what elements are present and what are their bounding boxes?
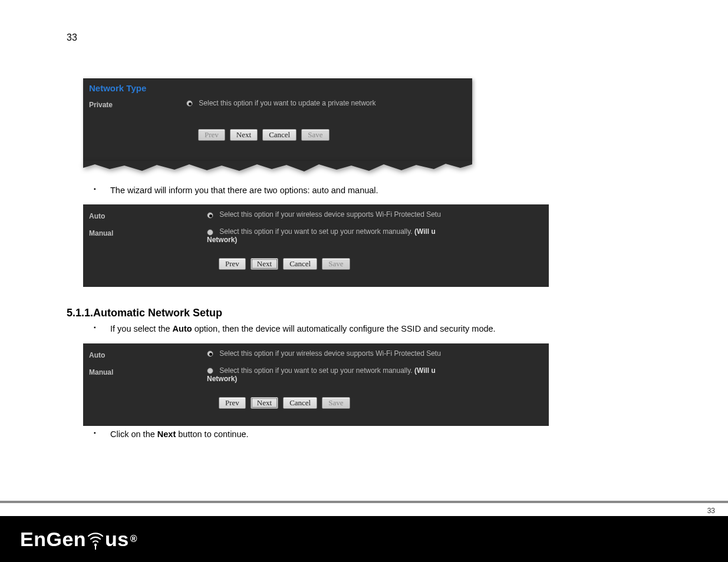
page-number-bottom: 33 (707, 507, 715, 515)
page-number-top: 33 (67, 32, 668, 43)
option-desc-manual-a: Select this option if you want to set up… (219, 227, 414, 236)
bullet-click-next: Click on the Next button to continue. (94, 428, 668, 440)
panel-heading: Network Type (83, 83, 472, 97)
option-desc-manual-b: (Will u (414, 366, 436, 375)
option-label-manual: Manual (83, 366, 207, 376)
option-desc-auto: Select this option if your wireless devi… (219, 349, 441, 358)
radio-auto[interactable] (207, 351, 213, 357)
screenshot-auto-manual-2: Auto Select this option if your wireless… (83, 343, 549, 426)
section-heading: 5.1.1.Automatic Network Setup (67, 307, 668, 319)
option-label-auto: Auto (83, 349, 207, 359)
bullet-two-options: The wizard will inform you that there ar… (94, 184, 668, 196)
screenshot-network-type: Network Type Private Select this option … (83, 78, 472, 174)
option-desc-manual-a: Select this option if you want to set up… (219, 366, 414, 375)
page-footer: 33 EnGen us® (0, 501, 728, 562)
next-button[interactable]: Next (251, 397, 278, 409)
cancel-button[interactable]: Cancel (262, 129, 297, 141)
option-desc-manual-b: (Will u (414, 227, 436, 236)
torn-edge-decoration (83, 161, 472, 174)
cancel-button[interactable]: Cancel (283, 258, 317, 270)
radio-private[interactable] (186, 100, 193, 107)
brand-logo: EnGen us® (20, 528, 137, 551)
save-button[interactable]: Save (322, 397, 350, 409)
option-desc-manual-c: Network) (207, 236, 237, 244)
option-desc-manual-c: Network) (207, 375, 237, 383)
radio-manual[interactable] (207, 229, 213, 236)
option-desc-private: Select this option if you want to update… (199, 99, 375, 107)
bullet-auto-option: If you select the Auto option, then the … (94, 323, 668, 335)
radio-auto[interactable] (207, 212, 213, 219)
svg-rect-1 (95, 545, 96, 550)
next-button[interactable]: Next (251, 258, 278, 270)
prev-button[interactable]: Prev (198, 129, 225, 141)
radio-manual[interactable] (207, 368, 213, 374)
screenshot-auto-manual-1: Auto Select this option if your wireless… (83, 204, 549, 287)
save-button[interactable]: Save (322, 258, 350, 270)
option-label-private: Private (83, 99, 186, 109)
option-label-manual: Manual (83, 227, 207, 237)
option-label-auto: Auto (83, 210, 207, 220)
option-desc-auto: Select this option if your wireless devi… (219, 210, 441, 219)
next-button[interactable]: Next (230, 129, 258, 141)
cancel-button[interactable]: Cancel (283, 397, 317, 409)
prev-button[interactable]: Prev (219, 258, 246, 270)
save-button[interactable]: Save (301, 129, 329, 141)
wifi-icon (87, 529, 104, 549)
prev-button[interactable]: Prev (219, 397, 246, 409)
